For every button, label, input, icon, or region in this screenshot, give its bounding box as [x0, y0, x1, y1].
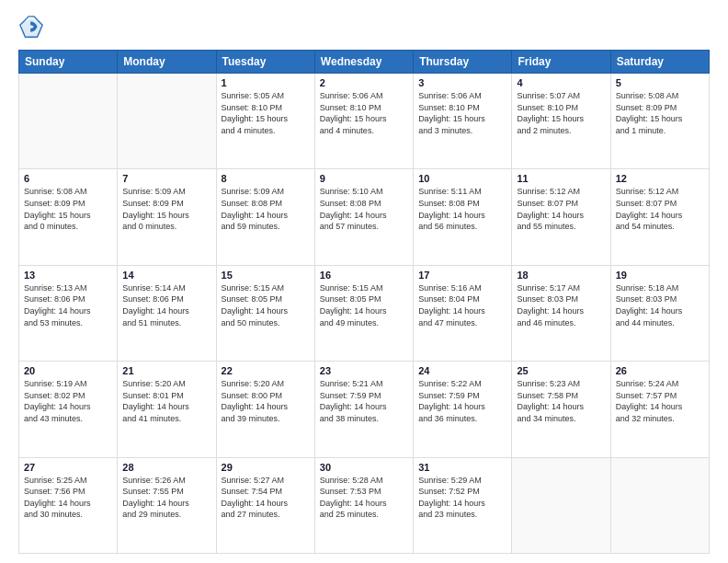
day-number: 18: [517, 270, 605, 281]
calendar-cell: 18Sunrise: 5:17 AM Sunset: 8:03 PM Dayli…: [512, 265, 610, 361]
calendar-cell: 11Sunrise: 5:12 AM Sunset: 8:07 PM Dayli…: [512, 169, 610, 265]
calendar-cell: 3Sunrise: 5:06 AM Sunset: 8:10 PM Daylig…: [414, 74, 512, 169]
day-number: 4: [517, 77, 605, 88]
day-detail: Sunrise: 5:15 AM Sunset: 8:05 PM Dayligh…: [320, 282, 408, 328]
day-number: 5: [616, 77, 704, 88]
day-detail: Sunrise: 5:06 AM Sunset: 8:10 PM Dayligh…: [418, 90, 506, 136]
calendar-cell: 13Sunrise: 5:13 AM Sunset: 8:06 PM Dayli…: [19, 265, 118, 361]
calendar-cell: 14Sunrise: 5:14 AM Sunset: 8:06 PM Dayli…: [118, 265, 216, 361]
day-number: 6: [24, 173, 112, 184]
calendar-cell: 6Sunrise: 5:08 AM Sunset: 8:09 PM Daylig…: [19, 169, 118, 265]
day-number: 20: [24, 365, 112, 376]
day-number: 27: [24, 462, 112, 473]
day-detail: Sunrise: 5:18 AM Sunset: 8:03 PM Dayligh…: [616, 282, 704, 328]
weekday-header-tuesday: Tuesday: [216, 51, 314, 74]
calendar-cell: [19, 74, 118, 169]
day-number: 26: [616, 365, 704, 376]
weekday-header-sunday: Sunday: [19, 51, 118, 74]
day-number: 31: [418, 462, 506, 473]
calendar-cell: 31Sunrise: 5:29 AM Sunset: 7:52 PM Dayli…: [414, 457, 512, 553]
day-detail: Sunrise: 5:27 AM Sunset: 7:54 PM Dayligh…: [222, 475, 310, 521]
calendar-cell: 7Sunrise: 5:09 AM Sunset: 8:09 PM Daylig…: [118, 169, 216, 265]
calendar-cell: 8Sunrise: 5:09 AM Sunset: 8:08 PM Daylig…: [216, 169, 314, 265]
day-number: 13: [24, 270, 112, 281]
day-number: 15: [222, 270, 310, 281]
calendar-cell: [512, 457, 610, 553]
day-detail: Sunrise: 5:09 AM Sunset: 8:09 PM Dayligh…: [122, 186, 210, 232]
day-detail: Sunrise: 5:16 AM Sunset: 8:04 PM Dayligh…: [418, 282, 506, 328]
day-detail: Sunrise: 5:05 AM Sunset: 8:10 PM Dayligh…: [222, 90, 310, 136]
day-number: 10: [418, 173, 506, 184]
calendar-cell: 4Sunrise: 5:07 AM Sunset: 8:10 PM Daylig…: [512, 74, 610, 169]
day-number: 14: [122, 270, 210, 281]
day-number: 8: [222, 173, 310, 184]
day-number: 29: [222, 462, 310, 473]
day-detail: Sunrise: 5:08 AM Sunset: 8:09 PM Dayligh…: [616, 90, 704, 136]
calendar-cell: 22Sunrise: 5:20 AM Sunset: 8:00 PM Dayli…: [216, 362, 314, 457]
day-detail: Sunrise: 5:24 AM Sunset: 7:57 PM Dayligh…: [616, 378, 704, 424]
day-detail: Sunrise: 5:20 AM Sunset: 8:01 PM Dayligh…: [122, 378, 210, 424]
calendar-week-row: 27Sunrise: 5:25 AM Sunset: 7:56 PM Dayli…: [19, 457, 710, 553]
day-number: 19: [616, 270, 704, 281]
day-detail: Sunrise: 5:20 AM Sunset: 8:00 PM Dayligh…: [222, 378, 310, 424]
day-detail: Sunrise: 5:15 AM Sunset: 8:05 PM Dayligh…: [222, 282, 310, 328]
day-number: 9: [320, 173, 408, 184]
calendar-week-row: 20Sunrise: 5:19 AM Sunset: 8:02 PM Dayli…: [19, 362, 710, 457]
page: SundayMondayTuesdayWednesdayThursdayFrid…: [0, 0, 728, 563]
weekday-header-saturday: Saturday: [610, 51, 709, 74]
day-number: 22: [222, 365, 310, 376]
calendar-cell: 16Sunrise: 5:15 AM Sunset: 8:05 PM Dayli…: [314, 265, 413, 361]
calendar-cell: 9Sunrise: 5:10 AM Sunset: 8:08 PM Daylig…: [314, 169, 413, 265]
day-detail: Sunrise: 5:07 AM Sunset: 8:10 PM Dayligh…: [517, 90, 605, 136]
calendar-week-row: 13Sunrise: 5:13 AM Sunset: 8:06 PM Dayli…: [19, 265, 710, 361]
day-number: 11: [517, 173, 605, 184]
calendar-week-row: 6Sunrise: 5:08 AM Sunset: 8:09 PM Daylig…: [19, 169, 710, 265]
day-detail: Sunrise: 5:12 AM Sunset: 8:07 PM Dayligh…: [517, 186, 605, 232]
weekday-header-monday: Monday: [118, 51, 216, 74]
calendar-cell: 12Sunrise: 5:12 AM Sunset: 8:07 PM Dayli…: [610, 169, 709, 265]
calendar-cell: 28Sunrise: 5:26 AM Sunset: 7:55 PM Dayli…: [118, 457, 216, 553]
day-detail: Sunrise: 5:17 AM Sunset: 8:03 PM Dayligh…: [517, 282, 605, 328]
calendar-cell: 10Sunrise: 5:11 AM Sunset: 8:08 PM Dayli…: [414, 169, 512, 265]
weekday-header-row: SundayMondayTuesdayWednesdayThursdayFrid…: [19, 51, 710, 74]
calendar-cell: [610, 457, 709, 553]
calendar-cell: 5Sunrise: 5:08 AM Sunset: 8:09 PM Daylig…: [610, 74, 709, 169]
day-detail: Sunrise: 5:22 AM Sunset: 7:59 PM Dayligh…: [418, 378, 506, 424]
calendar-cell: [118, 74, 216, 169]
day-number: 12: [616, 173, 704, 184]
day-detail: Sunrise: 5:09 AM Sunset: 8:08 PM Dayligh…: [222, 186, 310, 232]
weekday-header-friday: Friday: [512, 51, 610, 74]
calendar-cell: 30Sunrise: 5:28 AM Sunset: 7:53 PM Dayli…: [314, 457, 413, 553]
day-number: 25: [517, 365, 605, 376]
header: [18, 15, 710, 40]
calendar-cell: 25Sunrise: 5:23 AM Sunset: 7:58 PM Dayli…: [512, 362, 610, 457]
weekday-header-thursday: Thursday: [414, 51, 512, 74]
calendar-cell: 24Sunrise: 5:22 AM Sunset: 7:59 PM Dayli…: [414, 362, 512, 457]
day-detail: Sunrise: 5:12 AM Sunset: 8:07 PM Dayligh…: [616, 186, 704, 232]
day-detail: Sunrise: 5:21 AM Sunset: 7:59 PM Dayligh…: [320, 378, 408, 424]
calendar-table: SundayMondayTuesdayWednesdayThursdayFrid…: [18, 50, 710, 554]
day-number: 24: [418, 365, 506, 376]
day-detail: Sunrise: 5:14 AM Sunset: 8:06 PM Dayligh…: [122, 282, 210, 328]
calendar-cell: 1Sunrise: 5:05 AM Sunset: 8:10 PM Daylig…: [216, 74, 314, 169]
logo-icon: [18, 15, 44, 40]
day-number: 17: [418, 270, 506, 281]
day-number: 3: [418, 77, 506, 88]
day-detail: Sunrise: 5:11 AM Sunset: 8:08 PM Dayligh…: [418, 186, 506, 232]
day-detail: Sunrise: 5:25 AM Sunset: 7:56 PM Dayligh…: [24, 475, 112, 521]
day-detail: Sunrise: 5:28 AM Sunset: 7:53 PM Dayligh…: [320, 475, 408, 521]
day-number: 21: [122, 365, 210, 376]
calendar-cell: 23Sunrise: 5:21 AM Sunset: 7:59 PM Dayli…: [314, 362, 413, 457]
calendar-cell: 2Sunrise: 5:06 AM Sunset: 8:10 PM Daylig…: [314, 74, 413, 169]
calendar-cell: 20Sunrise: 5:19 AM Sunset: 8:02 PM Dayli…: [19, 362, 118, 457]
calendar-cell: 29Sunrise: 5:27 AM Sunset: 7:54 PM Dayli…: [216, 457, 314, 553]
day-detail: Sunrise: 5:10 AM Sunset: 8:08 PM Dayligh…: [320, 186, 408, 232]
calendar-cell: 17Sunrise: 5:16 AM Sunset: 8:04 PM Dayli…: [414, 265, 512, 361]
day-detail: Sunrise: 5:13 AM Sunset: 8:06 PM Dayligh…: [24, 282, 112, 328]
logo: [18, 15, 48, 40]
day-number: 1: [222, 77, 310, 88]
weekday-header-wednesday: Wednesday: [314, 51, 413, 74]
day-detail: Sunrise: 5:06 AM Sunset: 8:10 PM Dayligh…: [320, 90, 408, 136]
day-detail: Sunrise: 5:29 AM Sunset: 7:52 PM Dayligh…: [418, 475, 506, 521]
day-detail: Sunrise: 5:19 AM Sunset: 8:02 PM Dayligh…: [24, 378, 112, 424]
